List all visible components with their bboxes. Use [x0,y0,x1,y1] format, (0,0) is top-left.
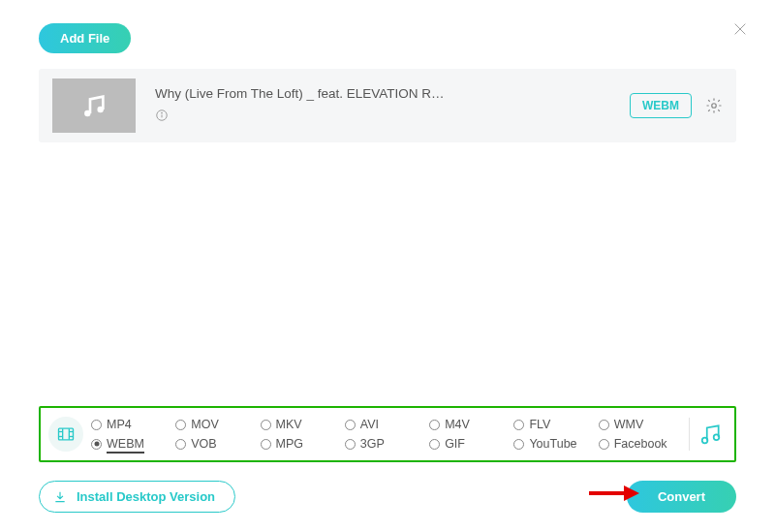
format-option-webm[interactable]: WEBM [91,435,173,453]
radio-icon [429,420,440,430]
install-desktop-button[interactable]: Install Desktop Version [39,481,235,513]
video-mode-icon[interactable] [48,417,83,452]
radio-icon [175,439,186,450]
divider [689,418,690,451]
radio-icon [599,420,609,430]
radio-icon [599,439,609,450]
format-option-flv[interactable]: FLV [513,416,596,433]
info-icon[interactable] [155,109,169,122]
format-option-label: MOV [191,418,218,431]
file-thumbnail [52,78,136,133]
format-option-mp4[interactable]: MP4 [91,416,173,433]
svg-point-16 [714,434,720,440]
format-option-label: VOB [191,437,216,451]
file-actions: WEBM [630,93,723,118]
radio-icon [513,439,524,450]
radio-icon [261,420,271,430]
svg-point-2 [84,110,90,116]
format-option-gif[interactable]: GIF [429,435,512,453]
format-option-label: MP4 [107,418,132,431]
install-desktop-label: Install Desktop Version [77,489,215,504]
format-option-label: YouTube [529,437,576,451]
format-options-grid: MP4MOVMKVAVIM4VFLVWMVWEBMVOBMPG3GPGIFYou… [91,416,681,453]
app-window: Add File Why (Live From The Loft) _ feat… [0,0,775,532]
radio-icon [345,439,356,450]
file-title: Why (Live From The Loft) _ feat. ELEVATI… [155,86,630,101]
format-option-vob[interactable]: VOB [175,435,258,453]
gear-icon[interactable] [705,97,723,114]
radio-icon [513,420,524,430]
svg-point-6 [162,112,163,113]
format-option-label: Facebook [614,437,667,451]
format-option-avi[interactable]: AVI [345,416,427,433]
music-mode-icon[interactable] [698,422,723,447]
convert-button[interactable]: Convert [627,481,736,513]
format-option-3gp[interactable]: 3GP [345,435,427,453]
radio-icon [261,439,271,450]
format-option-facebook[interactable]: Facebook [599,435,681,453]
format-option-m4v[interactable]: M4V [429,416,512,433]
format-option-label: WMV [614,418,644,431]
svg-point-3 [97,107,103,112]
radio-icon [429,439,440,450]
radio-icon [91,420,102,430]
format-option-mov[interactable]: MOV [175,416,258,433]
format-option-youtube[interactable]: YouTube [513,435,596,453]
svg-point-7 [712,104,717,109]
format-option-label: MKV [276,418,302,431]
format-option-label: WEBM [107,437,144,454]
format-option-label: M4V [445,418,470,431]
bottom-bar: Install Desktop Version Convert [39,481,736,513]
format-option-label: AVI [360,418,379,431]
format-option-mkv[interactable]: MKV [261,416,343,433]
svg-point-15 [702,438,708,444]
format-option-mpg[interactable]: MPG [261,435,343,453]
format-option-wmv[interactable]: WMV [599,416,681,433]
format-option-label: FLV [529,418,550,431]
add-file-button[interactable]: Add File [39,23,131,53]
download-icon [53,490,67,504]
close-icon[interactable] [732,21,748,37]
radio-icon [345,420,356,430]
format-selector-panel: MP4MOVMKVAVIM4VFLVWMVWEBMVOBMPG3GPGIFYou… [39,406,736,462]
format-option-label: 3GP [360,437,385,451]
svg-rect-8 [59,428,74,440]
file-list-item: Why (Live From The Loft) _ feat. ELEVATI… [39,69,736,142]
format-option-label: GIF [445,437,465,451]
output-format-badge[interactable]: WEBM [630,93,692,118]
format-option-label: MPG [276,437,303,451]
radio-icon [175,420,186,430]
radio-icon [91,439,102,450]
file-info: Why (Live From The Loft) _ feat. ELEVATI… [155,86,630,126]
